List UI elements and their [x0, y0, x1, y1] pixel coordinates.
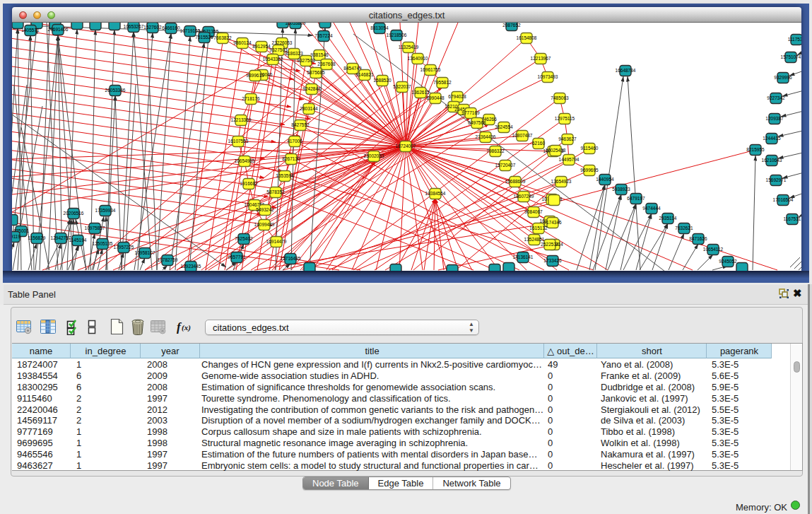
svg-text:14136141: 14136141: [513, 255, 534, 259]
svg-text:21364436: 21364436: [476, 134, 496, 139]
svg-text:7515526: 7515526: [195, 35, 213, 40]
svg-text:1117534: 1117534: [788, 37, 801, 42]
svg-text:9329996: 9329996: [774, 75, 792, 80]
svg-text:14099489: 14099489: [254, 222, 275, 227]
svg-text:16107553: 16107553: [228, 139, 249, 144]
svg-text:417006: 417006: [287, 139, 302, 144]
svg-text:2803144: 2803144: [300, 106, 318, 111]
svg-text:10958107: 10958107: [135, 250, 155, 255]
svg-text:7663822: 7663822: [213, 35, 232, 40]
svg-text:5878352: 5878352: [266, 189, 285, 194]
svg-text:7986322: 7986322: [486, 148, 505, 153]
svg-text:9474444: 9474444: [642, 206, 661, 211]
svg-text:13654923: 13654923: [551, 179, 572, 184]
svg-text:6466160: 6466160: [162, 25, 180, 30]
svg-text:16961755: 16961755: [420, 67, 441, 72]
svg-text:2935114: 2935114: [659, 216, 677, 221]
svg-text:9381546: 9381546: [310, 52, 329, 57]
svg-text:10719155: 10719155: [180, 28, 201, 33]
svg-text:1209387: 1209387: [765, 116, 784, 121]
svg-text:9899619: 9899619: [246, 73, 264, 78]
svg-text:19218506: 19218506: [387, 33, 407, 37]
svg-text:9115460: 9115460: [581, 146, 599, 151]
svg-text:12213967: 12213967: [531, 56, 551, 61]
svg-text:2087652: 2087652: [502, 23, 521, 28]
svg-text:9699695: 9699695: [580, 168, 599, 173]
svg-text:10973493: 10973493: [538, 74, 558, 79]
svg-text:5493242: 5493242: [256, 207, 274, 212]
svg-text:10688609: 10688609: [505, 179, 526, 184]
svg-text:15692971: 15692971: [766, 177, 787, 182]
svg-text:12505135: 12505135: [93, 241, 113, 246]
svg-text:8990448: 8990448: [426, 95, 445, 100]
svg-text:10653267: 10653267: [124, 24, 144, 29]
svg-text:10543362: 10543362: [263, 57, 283, 62]
svg-text:15716485: 15716485: [281, 256, 301, 261]
svg-text:9227342: 9227342: [767, 95, 785, 100]
svg-text:10025438: 10025438: [546, 148, 566, 153]
svg-text:19384554: 19384554: [425, 191, 446, 196]
svg-text:8454749: 8454749: [343, 66, 362, 71]
svg-text:9327508: 9327508: [297, 58, 315, 63]
svg-text:1615132: 1615132: [529, 226, 548, 230]
svg-text:12923445: 12923445: [181, 264, 201, 269]
svg-text:1588520: 1588520: [373, 78, 392, 83]
svg-text:2522534: 2522534: [541, 242, 559, 247]
svg-text:1167531: 1167531: [784, 216, 801, 221]
svg-text:6479197: 6479197: [627, 196, 645, 201]
svg-text:10654112: 10654112: [703, 247, 724, 252]
svg-text:20691406: 20691406: [48, 27, 69, 32]
svg-text:1527602: 1527602: [143, 25, 162, 30]
svg-text:62160: 62160: [532, 141, 545, 146]
svg-text:9657791: 9657791: [228, 255, 246, 259]
svg-text:12942757: 12942757: [51, 235, 71, 240]
svg-text:7632621: 7632621: [675, 226, 693, 230]
svg-text:13524851: 13524851: [524, 237, 545, 242]
svg-text:1145194: 1145194: [69, 238, 87, 243]
svg-text:1156829: 1156829: [28, 235, 46, 240]
svg-text:17957225: 17957225: [114, 245, 134, 250]
svg-text:1405571: 1405571: [21, 28, 40, 33]
svg-text:8267130: 8267130: [282, 156, 300, 161]
svg-text:16210643: 16210643: [762, 158, 782, 163]
svg-text:8912954: 8912954: [252, 44, 271, 49]
svg-text:9463627: 9463627: [558, 136, 577, 141]
svg-text:18724007: 18724007: [396, 144, 416, 148]
svg-text:16154808: 16154808: [517, 35, 537, 40]
svg-text:8215955: 8215955: [746, 147, 765, 152]
svg-text:16053809: 16053809: [286, 23, 306, 25]
svg-text:7485063: 7485063: [551, 95, 569, 100]
svg-text:2718176: 2718176: [242, 96, 260, 101]
svg-text:12213369: 12213369: [231, 117, 252, 122]
svg-text:16648784: 16648784: [616, 68, 636, 73]
svg-text:17016504: 17016504: [773, 197, 794, 202]
svg-text:15751074: 15751074: [781, 54, 801, 59]
svg-text:9084067: 9084067: [524, 209, 543, 214]
svg-text:10807487: 10807487: [512, 133, 533, 138]
svg-text:6794028: 6794028: [448, 94, 466, 99]
svg-text:7625402: 7625402: [235, 236, 253, 241]
svg-text:23002033: 23002033: [364, 153, 384, 158]
svg-text:12975115: 12975115: [555, 116, 575, 121]
svg-text:9245052: 9245052: [719, 259, 737, 264]
svg-text:9146821: 9146821: [355, 72, 374, 77]
svg-text:9860124: 9860124: [233, 40, 252, 45]
svg-text:14495794: 14495794: [559, 157, 579, 162]
svg-text:3624554: 3624554: [495, 124, 513, 129]
svg-text:26053346: 26053346: [105, 88, 126, 93]
svg-text:5938923: 5938923: [612, 187, 630, 192]
svg-text:7955812: 7955812: [433, 80, 452, 85]
svg-text:8471626: 8471626: [689, 236, 707, 241]
svg-text:(x): (x): [182, 323, 191, 332]
svg-text:11325419: 11325419: [399, 45, 419, 49]
svg-text:1440954: 1440954: [596, 177, 614, 182]
svg-text:7357224: 7357224: [314, 33, 333, 38]
svg-text:1916682: 1916682: [240, 181, 258, 186]
svg-text:15720407: 15720407: [495, 163, 516, 168]
svg-text:18607249: 18607249: [514, 194, 534, 199]
svg-text:1362615: 1362615: [411, 90, 430, 95]
svg-text:10975857: 10975857: [85, 226, 105, 230]
svg-text:9174346: 9174346: [543, 220, 562, 225]
svg-text:8186323: 8186323: [285, 51, 303, 56]
svg-text:5875685: 5875685: [307, 70, 325, 75]
